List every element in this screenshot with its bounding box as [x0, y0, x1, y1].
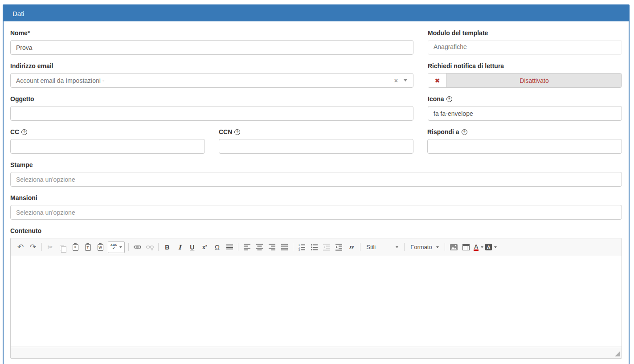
- toolbar-separator: [238, 243, 238, 251]
- stampe-label: Stampe: [10, 161, 622, 169]
- align-right-icon: [269, 244, 275, 250]
- cc-label: CC?: [10, 128, 205, 136]
- format-combo[interactable]: Formato: [408, 241, 442, 253]
- decrease-indent-icon: [323, 244, 330, 251]
- oggetto-label: Oggetto: [10, 95, 413, 103]
- caret-down-icon: [396, 246, 398, 248]
- resize-handle-icon[interactable]: [615, 352, 620, 356]
- bulleted-list-button[interactable]: [308, 241, 320, 253]
- numbered-list-button[interactable]: 123: [296, 241, 307, 253]
- horizontal-line-button[interactable]: [224, 241, 235, 253]
- justify-button[interactable]: [278, 241, 290, 253]
- bulleted-list-icon: [311, 244, 318, 251]
- help-icon: ?: [21, 129, 27, 135]
- paste-icon: ≡: [73, 244, 78, 251]
- numbered-list-icon: 123: [298, 244, 305, 251]
- toggle-state-label[interactable]: Disattivato: [447, 74, 622, 87]
- paste-word-icon: W: [98, 244, 103, 251]
- spellcheck-button[interactable]: ABC ✓: [108, 241, 125, 253]
- field-group-cc: CC?: [10, 128, 205, 154]
- toolbar-separator: [360, 243, 360, 251]
- background-color-button[interactable]: A: [485, 241, 497, 253]
- editor-bottom-bar: [11, 347, 622, 358]
- icona-label: Icona?: [428, 95, 622, 103]
- ccn-input[interactable]: [219, 139, 413, 154]
- icona-input[interactable]: [428, 106, 622, 121]
- unlink-icon: [146, 243, 154, 251]
- cc-input[interactable]: [10, 139, 205, 154]
- caret-down-icon: [119, 246, 122, 248]
- notifica-toggle[interactable]: ✖ Disattivato: [428, 73, 622, 88]
- nome-input[interactable]: [10, 40, 413, 55]
- help-icon: ?: [446, 96, 452, 102]
- email-label: Indirizzo email: [10, 62, 413, 70]
- increase-indent-button[interactable]: [333, 241, 345, 253]
- caret-down-icon: [436, 246, 439, 248]
- caret-down-icon: [481, 246, 483, 248]
- panel-dati: Dati Nome* Modulo del template Anagrafic…: [3, 4, 630, 364]
- text-color-button[interactable]: A: [473, 241, 484, 253]
- mansioni-select[interactable]: Seleziona un'opzione: [10, 205, 622, 220]
- styles-combo[interactable]: Stili: [364, 241, 401, 253]
- align-left-icon: [244, 244, 250, 250]
- undo-button[interactable]: ↶: [15, 241, 26, 253]
- paste-text-icon: T: [85, 244, 91, 251]
- align-left-button[interactable]: [241, 241, 253, 253]
- email-selected-value: Account email da Impostazioni -: [16, 77, 104, 84]
- superscript-button[interactable]: x²: [199, 241, 210, 253]
- toolbar-separator: [293, 243, 293, 251]
- unlink-button[interactable]: [144, 241, 155, 253]
- editor-content[interactable]: [11, 256, 622, 347]
- italic-button[interactable]: I: [174, 241, 185, 253]
- panel-header: Dati: [4, 5, 629, 21]
- paste-as-text-button[interactable]: T: [82, 241, 94, 253]
- field-group-modulo: Modulo del template Anagrafiche: [428, 29, 622, 55]
- toolbar-separator: [41, 243, 42, 251]
- align-center-button[interactable]: [254, 241, 265, 253]
- clear-selection-icon[interactable]: ×: [394, 78, 398, 84]
- field-group-oggetto: Oggetto: [10, 95, 413, 121]
- caret-down-icon: [494, 246, 497, 248]
- bold-button[interactable]: B: [161, 241, 173, 253]
- align-right-button[interactable]: [266, 241, 278, 253]
- insert-table-button[interactable]: [460, 241, 472, 253]
- increase-indent-icon: [335, 244, 343, 251]
- contenuto-label: Contenuto: [10, 227, 622, 235]
- insert-image-button[interactable]: [448, 241, 459, 253]
- redo-button[interactable]: ↷: [27, 241, 39, 253]
- paste-button[interactable]: ≡: [70, 241, 81, 253]
- toolbar-separator: [404, 243, 405, 251]
- field-group-icona: Icona?: [428, 95, 622, 121]
- rispondi-label: Rispondi a?: [427, 128, 622, 136]
- field-group-notifica: Richiedi notifica di lettura ✖ Disattiva…: [428, 62, 622, 88]
- rispondi-input[interactable]: [427, 139, 622, 154]
- field-group-nome: Nome*: [10, 29, 413, 55]
- field-group-ccn: CCN?: [219, 128, 413, 154]
- blockquote-button[interactable]: ”: [346, 241, 357, 253]
- help-icon: ?: [462, 129, 467, 135]
- paste-from-word-button[interactable]: W: [94, 241, 106, 253]
- decrease-indent-button[interactable]: [321, 241, 332, 253]
- cut-button[interactable]: ✂: [45, 241, 56, 253]
- image-icon: [450, 244, 458, 250]
- field-group-rispondi: Rispondi a?: [427, 128, 622, 154]
- underline-button[interactable]: U: [186, 241, 198, 253]
- email-select[interactable]: Account email da Impostazioni - ×: [10, 73, 413, 88]
- special-character-button[interactable]: Ω: [211, 241, 223, 253]
- field-group-email: Indirizzo email Account email da Imposta…: [10, 62, 413, 88]
- panel-title: Dati: [12, 10, 25, 17]
- oggetto-input[interactable]: [10, 106, 413, 121]
- modulo-value: Anagrafiche: [428, 40, 622, 55]
- copy-icon: [60, 245, 64, 250]
- nome-label: Nome*: [10, 29, 413, 37]
- editor-toolbar: ↶ ↷ ✂ ≡ T W ABC ✓: [11, 238, 622, 256]
- toolbar-separator: [158, 243, 159, 251]
- link-button[interactable]: [131, 241, 143, 253]
- stampe-select[interactable]: Seleziona un'opzione: [10, 172, 622, 187]
- ccn-label: CCN?: [219, 128, 413, 136]
- copy-button[interactable]: [57, 241, 69, 253]
- text-color-icon: A: [474, 244, 479, 251]
- link-icon: [134, 243, 141, 251]
- background-color-icon: A: [485, 244, 492, 250]
- toggle-off-x-icon[interactable]: ✖: [428, 74, 447, 87]
